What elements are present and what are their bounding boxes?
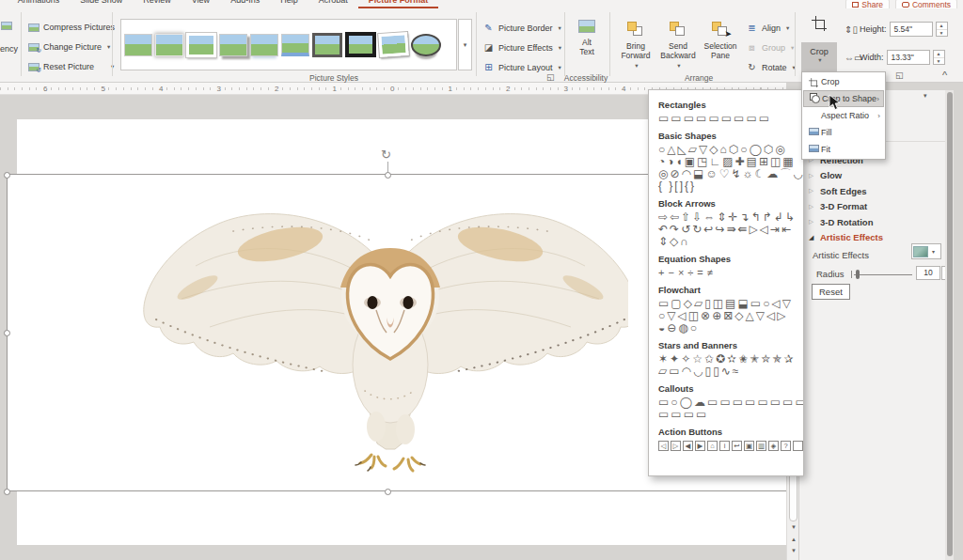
shape-item[interactable]: ▽: [699, 143, 709, 156]
shape-item[interactable]: ▶: [695, 441, 705, 451]
picture-style-thumb-shadow[interactable]: [219, 34, 247, 56]
shape-item[interactable]: ↴: [739, 210, 750, 224]
shape-item[interactable]: ✯: [772, 352, 783, 366]
tab-view[interactable]: View: [182, 0, 220, 8]
shape-item[interactable]: ◇: [684, 297, 694, 310]
shape-item[interactable]: ◇: [709, 143, 719, 156]
picture-style-thumb-oval[interactable]: [411, 34, 441, 56]
shape-item[interactable]: ↩: [703, 223, 715, 236]
shape-item[interactable]: ✭: [750, 352, 761, 366]
shape-item[interactable]: ○: [763, 297, 771, 310]
shape-item[interactable]: ▭: [696, 112, 708, 125]
tab-transitions[interactable]: Transitions: [0, 0, 8, 8]
shape-item[interactable]: ○: [658, 143, 667, 156]
shape-item[interactable]: ≠: [707, 267, 717, 278]
shape-item[interactable]: ↳: [785, 210, 797, 224]
shape-item[interactable]: ✰: [783, 352, 795, 366]
shape-item[interactable]: ▷: [671, 441, 681, 451]
shape-item[interactable]: ◯: [749, 143, 763, 156]
shape-item[interactable]: ⬡: [764, 143, 775, 156]
shape-item[interactable]: ⌂: [707, 441, 718, 451]
height-input[interactable]: 5.54": [890, 22, 933, 37]
shape-item[interactable]: ◇: [670, 235, 680, 248]
shape-item[interactable]: ▭: [696, 408, 708, 421]
picture-style-thumb-blueline[interactable]: [281, 34, 309, 56]
tab-acrobat[interactable]: Acrobat: [308, 0, 358, 8]
selection-handle-bottom-center[interactable]: [385, 489, 391, 495]
gallery-more-button[interactable]: ▾: [458, 19, 472, 70]
picture-style-thumb-simple[interactable]: [124, 34, 152, 56]
height-spinner[interactable]: ▲▼: [936, 22, 948, 37]
shape-item[interactable]: i: [719, 441, 730, 451]
shape-item[interactable]: ⬓: [693, 167, 705, 180]
shape-item[interactable]: { }: [658, 179, 674, 193]
shape-item[interactable]: [793, 441, 803, 451]
picture-border-button[interactable]: ✎ Picture Border▾: [482, 23, 561, 33]
shape-item[interactable]: ⇧: [681, 210, 692, 224]
shape-item[interactable]: ◁: [658, 441, 669, 451]
shape-item[interactable]: ↱: [763, 210, 774, 224]
shape-item[interactable]: ▭: [746, 112, 758, 125]
shape-item[interactable]: ◁: [771, 297, 781, 310]
shape-item[interactable]: ▭: [671, 408, 683, 421]
radius-slider-track[interactable]: [854, 274, 912, 275]
shape-item[interactable]: ⇔: [703, 210, 717, 224]
shape-item[interactable]: ◍: [678, 321, 689, 334]
tab-help[interactable]: Help: [270, 0, 308, 8]
shape-item[interactable]: ▭: [795, 396, 804, 409]
shape-item[interactable]: ○: [690, 321, 699, 334]
bring-forward-button[interactable]: Bring Forward▾: [615, 22, 656, 70]
shape-item[interactable]: ◯: [680, 396, 694, 409]
shape-item[interactable]: ÷: [687, 267, 697, 278]
shape-item[interactable]: ⊞: [759, 155, 770, 168]
shape-item[interactable]: ◡: [793, 167, 804, 180]
shape-item[interactable]: ▭: [782, 396, 795, 409]
shape-item[interactable]: ▯: [713, 365, 721, 378]
shape-item[interactable]: ↻: [692, 223, 703, 236]
share-button[interactable]: Share: [845, 0, 890, 8]
shape-item[interactable]: ◠: [682, 365, 693, 378]
shape-item[interactable]: ♡: [719, 167, 732, 180]
selection-pane-button[interactable]: ➤ Selection Pane: [700, 22, 741, 60]
shape-item[interactable]: ?: [781, 441, 791, 451]
shape-item[interactable]: ⇕: [717, 210, 728, 224]
selection-handle-top-left[interactable]: [4, 172, 10, 179]
comments-button[interactable]: Comments: [895, 0, 957, 8]
shape-item[interactable]: ⌂: [719, 143, 728, 156]
shape-item[interactable]: ⇥: [770, 223, 781, 236]
crop-menu-item-crop[interactable]: Crop: [803, 73, 884, 90]
transparency-button-partial[interactable]: [1, 22, 12, 30]
shape-item[interactable]: ☁: [766, 167, 780, 180]
change-picture-button[interactable]: ↻ Change Picture▾: [28, 42, 110, 52]
shape-item[interactable]: ↯: [731, 167, 742, 180]
shape-item[interactable]: ▭: [707, 396, 719, 409]
crop-menu-item-crop-to-shape[interactable]: Crop to Shape›: [803, 90, 884, 107]
shape-item[interactable]: ▭: [721, 112, 734, 125]
shape-item[interactable]: ▭: [658, 396, 671, 409]
shape-item[interactable]: ↲: [774, 210, 785, 224]
shape-item[interactable]: ∩: [680, 235, 690, 248]
pane-section-3-d-format[interactable]: ▷3-D Format: [809, 199, 950, 215]
size-dialog-launcher[interactable]: ◱: [895, 70, 904, 80]
shape-item[interactable]: ▭: [745, 396, 757, 409]
rotate-button[interactable]: ↻ Rotate▾: [746, 62, 796, 72]
shape-item[interactable]: ↩: [732, 441, 742, 451]
shape-item[interactable]: ▭: [671, 112, 683, 125]
shape-item[interactable]: ◈: [768, 441, 779, 451]
reset-picture-button[interactable]: ↺ Reset Picture ▾: [28, 62, 114, 71]
shape-item[interactable]: ○: [658, 309, 667, 322]
shape-item[interactable]: ▭: [757, 396, 769, 409]
radius-slider-thumb[interactable]: [856, 270, 860, 279]
shape-item[interactable]: ☺: [705, 167, 718, 180]
shape-item[interactable]: ○: [671, 396, 679, 409]
picture-style-thumb-blackframe[interactable]: [345, 32, 376, 57]
shape-item[interactable]: ⊠: [723, 309, 734, 322]
shape-item[interactable]: ◡: [693, 365, 704, 378]
shape-item[interactable]: ◁: [677, 309, 687, 322]
tab-slide-show[interactable]: Slide Show: [70, 0, 133, 8]
shape-item[interactable]: ◑: [667, 155, 675, 168]
owl-image[interactable]: [139, 186, 628, 477]
shape-item[interactable]: ◁: [760, 223, 770, 236]
shape-item[interactable]: ∟: [709, 155, 722, 168]
crop-menu-item-aspect-ratio[interactable]: Aspect Ratio›: [803, 107, 884, 124]
